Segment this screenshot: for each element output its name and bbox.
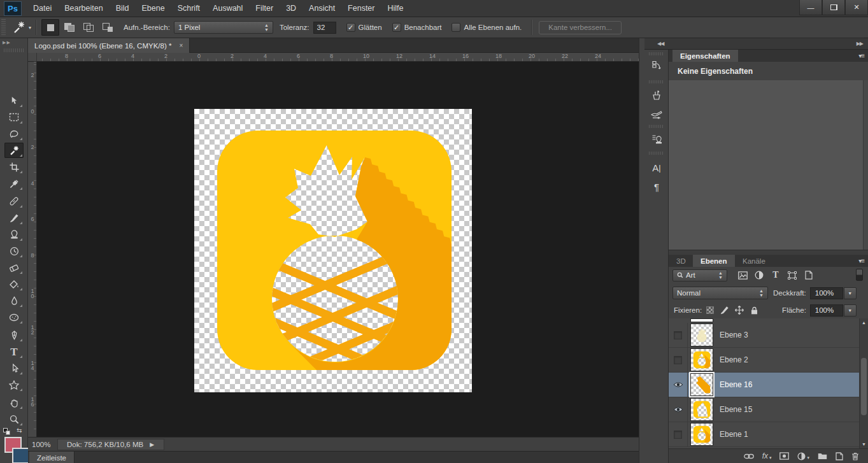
canvas-scrollbar[interactable] [639,38,644,463]
subtract-selection-button[interactable] [80,19,97,36]
layer-name[interactable]: Ebene 16 [720,380,752,389]
filter-toggle-switch[interactable] [856,269,863,281]
minimize-button[interactable]: — [799,0,822,15]
custom-shape-tool[interactable] [4,377,24,392]
antialias-checkbox[interactable]: ✓ Glätten [346,23,382,32]
vertical-ruler[interactable]: 2 0 2 4 6 8 10 12 14 16 [28,62,37,437]
blend-mode-dropdown[interactable]: Normal ▲▼ [672,287,768,299]
filter-type-layers-button[interactable]: T [768,269,783,281]
ruler-origin-corner[interactable] [28,53,37,62]
layer-name[interactable]: Ebene 1 [720,430,748,439]
adjustment-layer-button[interactable]: ▾ [797,452,809,460]
lock-all-button[interactable] [748,305,760,315]
paragraph-panel-button[interactable]: ¶ [644,178,669,195]
new-selection-button[interactable] [41,19,59,36]
brush-settings-panel-button[interactable] [644,106,669,122]
background-color-swatch[interactable] [12,448,29,463]
properties-scrollbar[interactable] [863,80,868,250]
layer-row-ebene-3[interactable]: Ebene 3 [669,323,859,348]
sponge-tool[interactable] [4,310,24,325]
layer-row-ebene-15[interactable]: Ebene 15 [669,397,859,422]
spot-healing-brush-tool[interactable] [4,194,24,209]
intersect-selection-button[interactable] [99,19,117,36]
contiguous-checkbox[interactable]: ✓ Benachbart [392,23,442,32]
layer-name[interactable]: Ebene 15 [720,405,752,414]
layer-thumbnail[interactable] [690,348,713,371]
close-button[interactable]: ✕ [845,0,868,15]
menu-filter[interactable]: Filter [249,0,280,17]
layer-thumbnail[interactable] [690,373,713,396]
tool-presets-panel-button[interactable] [644,87,669,103]
lasso-tool[interactable] [4,126,24,141]
layer-name[interactable]: Ebene 3 [720,331,748,339]
new-group-button[interactable] [818,452,827,460]
tab-kanaele[interactable]: Kanäle [735,255,773,267]
menu-3d[interactable]: 3D [280,0,302,17]
panel-menu-icon[interactable]: ▾≡ [858,257,864,264]
menu-hilfe[interactable]: Hilfe [381,0,410,17]
magic-wand-tool[interactable] [4,143,24,158]
scroll-up-icon[interactable]: ▲ [860,318,868,327]
layer-row-ebene-16[interactable]: Ebene 16 [669,373,859,397]
layer-thumbnail[interactable] [690,324,713,346]
character-panel-button[interactable]: A| [644,159,669,176]
status-arrow-icon[interactable]: ▶ [150,441,154,448]
layer-row-ebene-2[interactable]: Ebene 2 [669,348,859,373]
menu-fenster[interactable]: Fenster [341,0,381,17]
crop-tool[interactable] [4,159,24,175]
move-tool[interactable] [4,93,24,108]
type-tool[interactable]: T [4,344,24,359]
layer-name[interactable]: Ebene 2 [720,355,748,364]
toolbar-collapse-chevrons[interactable]: ▶▶ [0,38,27,48]
opacity-value[interactable]: 100% [810,287,843,299]
horizontal-ruler[interactable]: 8 6 4 2 0 2 4 6 8 10 12 14 16 18 20 22 2… [28,53,639,62]
panel-resize-handle[interactable] [669,250,868,255]
scrollbar-thumb[interactable] [861,358,867,415]
delete-layer-button[interactable] [851,452,859,460]
brush-tool[interactable] [4,210,24,225]
layer-style-button[interactable]: fx▾ [762,452,772,460]
sample-all-layers-checkbox[interactable]: Alle Ebenen aufn. [452,23,522,32]
zoom-tool[interactable] [4,411,24,427]
canvas-area[interactable] [37,62,639,437]
restore-button[interactable] [822,0,845,15]
filter-shape-layers-button[interactable] [785,269,800,281]
document-tab[interactable]: Logo.psd bei 100% (Ebene 16, CMYK/8) * × [28,38,190,53]
layers-scrollbar[interactable]: ▲ ▼ [859,318,868,448]
visibility-toggle[interactable] [669,397,688,422]
tab-ebenen[interactable]: Ebenen [693,255,735,267]
visibility-toggle[interactable] [669,373,688,397]
scroll-down-icon[interactable]: ▼ [860,440,868,448]
panel-menu-icon[interactable]: ▾≡ [858,52,864,59]
rectangular-marquee-tool[interactable] [4,110,24,125]
refine-edge-button[interactable]: Kante verbessern... [539,21,622,34]
tab-3d[interactable]: 3D [669,255,694,267]
add-selection-button[interactable] [60,19,78,36]
filter-pixel-layers-button[interactable] [735,269,750,281]
path-selection-tool[interactable] [4,360,24,376]
tolerance-input[interactable] [313,22,336,34]
hand-tool[interactable] [4,395,24,410]
expand-panels-chevron[interactable]: ◀◀ [657,41,664,46]
link-layers-button[interactable] [744,453,754,459]
sample-size-dropdown[interactable]: 1 Pixel ▲▼ [174,21,273,34]
lock-pixels-button[interactable] [718,305,731,315]
layer-row-ebene-1[interactable]: Ebene 1 [669,422,859,447]
add-layer-mask-button[interactable] [779,452,789,460]
lock-position-button[interactable] [733,305,746,315]
swap-colors-icon[interactable]: ⇆ [17,427,22,434]
visibility-toggle[interactable] [669,422,688,447]
opacity-dropdown-button[interactable]: ▼ [844,287,857,299]
fill-value[interactable]: 100% [810,304,843,317]
eyedropper-tool[interactable] [4,176,24,191]
menu-ebene[interactable]: Ebene [136,0,171,17]
document-size-info[interactable]: Dok: 756,2 KB/10,6 MB ▶ [57,439,164,450]
clone-stamp-tool[interactable] [4,227,24,242]
menu-schrift[interactable]: Schrift [171,0,206,17]
history-brush-tool[interactable] [4,243,24,259]
menu-bild[interactable]: Bild [110,0,136,17]
paint-bucket-tool[interactable] [4,276,24,292]
blur-tool[interactable] [4,293,24,308]
tab-eigenschaften[interactable]: Eigenschaften [672,50,738,62]
pen-tool[interactable] [4,327,24,343]
